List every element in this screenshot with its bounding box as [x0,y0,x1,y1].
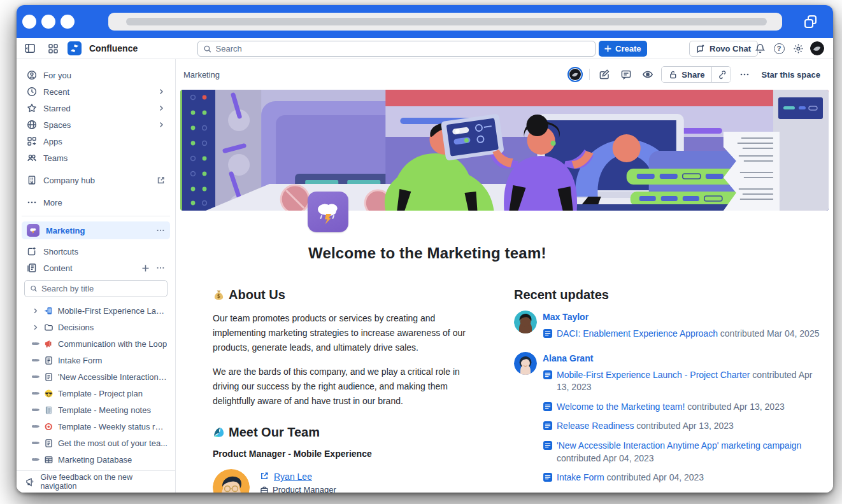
tree-item-mobile-first[interactable]: Mobile-First Experience Laun... [22,302,170,319]
watch-button[interactable] [639,66,656,83]
update-link[interactable]: DACI: Enablement Experience Approach [557,328,718,339]
bullet-icon [32,409,39,411]
space-more-icon[interactable] [156,226,165,235]
sidebar-item-content[interactable]: Content [22,260,170,276]
minimize-window-button[interactable] [41,15,55,29]
more-actions-button[interactable] [736,66,753,83]
sidebar-item-teams[interactable]: Teams [22,150,170,166]
app-switcher-button[interactable] [45,40,61,57]
database-table-icon [44,455,54,465]
max-avatar [514,311,537,333]
apps-icon [27,136,37,146]
star-space-button[interactable]: Star this space [758,70,825,80]
about-section: About Us Our team promotes products or s… [213,288,484,493]
member-name-link[interactable]: Ryan Lee [274,472,312,482]
tree-item-template-weekly-status[interactable]: Template - Weekly status rep... [22,418,170,435]
external-link-icon [260,472,269,480]
team-role-subtitle: Product Manager - Mobile Experience [213,449,484,459]
global-search[interactable] [197,41,596,57]
sidebar-item-company-hub[interactable]: Company hub [22,172,170,188]
create-button[interactable]: Create [599,41,647,57]
expand-icon[interactable] [32,324,39,331]
wave-emoji-icon [213,426,225,438]
content-search-input[interactable] [41,284,162,293]
notebook-emoji-icon [44,405,54,415]
sidebar-item-recent[interactable]: Recent [22,83,170,100]
update-link[interactable]: Communication with the loop [557,492,671,493]
sidebar-item-for-you[interactable]: For you [22,67,170,83]
tree-item-intake-form[interactable]: Intake Form [22,352,170,368]
page-doc-icon [543,402,553,416]
update-meta: contributed Apr 13, 2023 [636,421,734,431]
update-link[interactable]: Intake Form [557,472,604,482]
expand-icon[interactable] [32,307,39,314]
give-feedback-button[interactable]: Give feedback on the new navigation [17,470,175,493]
share-button[interactable]: Share [662,67,711,82]
zoom-window-button[interactable] [61,15,75,29]
collapse-sidebar-button[interactable] [22,40,38,57]
megaphone-emoji-icon [44,339,54,349]
sidebar-divider [22,216,170,216]
confluence-logo[interactable] [68,41,82,55]
more-icon [739,69,750,80]
alana-avatar [514,352,537,375]
sidebar-item-starred[interactable]: Starred [22,100,170,116]
address-bar[interactable] [108,13,782,31]
sidebar-item-shortcuts[interactable]: Shortcuts [22,243,170,260]
rovo-chat-button[interactable]: Rovo Chat [689,41,758,57]
tree-item-new-accessible[interactable]: 'New Accessible Interaction ... [22,368,170,385]
sidebar-scroll-area[interactable]: For you Recent Starred Spaces [17,59,175,470]
update-item: Welcome to the Marketing team! contribut… [543,401,822,414]
content-more-icon[interactable] [156,263,165,272]
update-link[interactable]: 'New Accessible Interaction Anytime App'… [557,440,801,451]
copy-link-button[interactable] [711,67,731,82]
tree-item-marketing-database[interactable]: Marketing Database [22,451,170,468]
update-meta: contributed Apr 04, 2023 [674,492,771,493]
sidebar-item-spaces[interactable]: Spaces [22,116,170,133]
comment-button[interactable] [618,66,634,83]
tree-item-template-meeting-notes[interactable]: Template - Meeting notes [22,402,170,418]
page-doc-icon [543,421,553,435]
help-button[interactable]: ? [771,40,787,57]
watch-eye-icon [642,69,653,80]
plus-icon [604,45,612,53]
bullet-icon [32,375,39,378]
sidebar-item-more[interactable]: More [22,194,170,211]
update-link[interactable]: Welcome to the Marketing team! [557,402,685,412]
settings-button[interactable] [790,40,806,57]
feedback-megaphone-icon [25,477,35,487]
breadcrumb[interactable]: Marketing [183,70,220,80]
address-bar-placeholder [126,18,767,25]
page-owner-avatar[interactable] [567,67,583,82]
update-item: Communication with the loop contributed … [543,491,822,493]
update-link[interactable]: Mobile-First Experience Launch - Project… [557,370,750,380]
teams-icon [27,153,37,163]
tree-item-get-the-most[interactable]: Get the most out of your tea... [22,435,170,451]
tree-item-communication[interactable]: Communication with the Loop [22,335,170,352]
browser-titlebar [17,5,833,38]
tree-item-template-project-plan[interactable]: Template - Project plan [22,385,170,402]
sidebar-item-marketing-space[interactable]: Marketing [22,221,170,239]
edit-button[interactable] [596,66,613,83]
update-item: DACI: Enablement Experience Approach con… [543,328,822,340]
profile-avatar-button[interactable] [809,40,825,57]
page-doc-icon [543,370,553,384]
update-link[interactable]: Release Readiness [557,421,634,431]
update-author[interactable]: Max Taylor [543,311,822,322]
search-icon [203,45,212,53]
add-content-icon[interactable] [141,264,150,272]
tree-item-decisions[interactable]: Decisions [22,319,170,335]
page-doc-icon [543,492,553,493]
moneybag-emoji-icon [213,289,225,301]
close-window-button[interactable] [22,15,36,29]
sidebar-item-apps[interactable]: Apps [22,133,170,150]
duplicate-tab-icon[interactable] [803,13,819,30]
notifications-button[interactable] [752,40,768,57]
global-search-input[interactable] [216,44,590,53]
toolbar-divider [589,69,590,80]
content-search[interactable] [24,280,168,297]
help-icon: ? [774,43,785,54]
building-icon [27,175,37,185]
chevron-right-icon [157,104,165,112]
update-author[interactable]: Alana Grant [543,352,822,363]
